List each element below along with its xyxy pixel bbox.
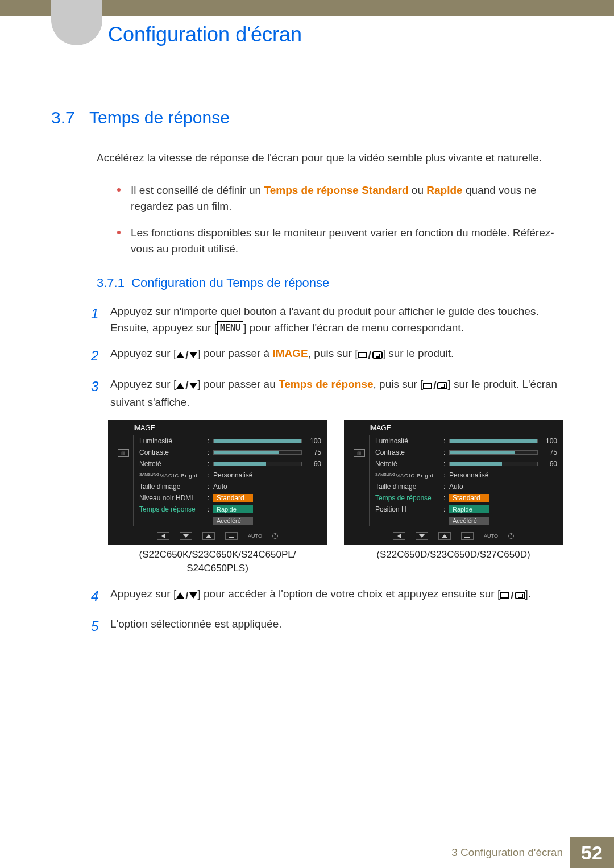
chapter-title: Configuration d'écran xyxy=(108,23,302,47)
page-number: 52 xyxy=(570,837,614,868)
step-number: 3 xyxy=(91,376,110,411)
subsection-heading: 3.7.1 Configuration du Temps de réponse xyxy=(97,276,563,290)
section-intro: Accélérez la vitesse de réponse de l'écr… xyxy=(97,150,563,167)
osd-title: IMAGE xyxy=(114,424,321,432)
osd-screenshots: IMAGE ▥ Luminosité:100 Contraste:75 Nett… xyxy=(108,420,563,575)
osd-side-icon: ▥ xyxy=(118,449,129,457)
select-enter-icon: / xyxy=(500,587,525,604)
osd-nav-bar: AUTO xyxy=(350,531,557,541)
osd-nav-bar: AUTO xyxy=(114,531,321,541)
step: 3 Appuyez sur [/] pour passer au Temps d… xyxy=(91,376,563,411)
step-number: 2 xyxy=(91,345,110,366)
step: 5 L'option sélectionnée est appliquée. xyxy=(91,616,563,637)
step-number: 5 xyxy=(91,616,110,637)
menu-button-label: MENU xyxy=(217,321,243,335)
footer-chapter-label: 3 Configuration d'écran xyxy=(451,846,563,859)
chapter-tab xyxy=(51,0,102,45)
osd-caption-right: (S22C650D/S23C650D/S27C650D) xyxy=(344,548,563,562)
select-enter-icon: / xyxy=(358,347,382,363)
up-down-icon: / xyxy=(176,347,197,363)
up-down-icon: / xyxy=(176,377,197,393)
step-number: 1 xyxy=(91,303,110,337)
section-number: 3.7 xyxy=(51,108,75,127)
osd-caption-left: (S22C650K/S23C650K/S24C650PL/ S24C650PLS… xyxy=(108,548,327,575)
osd-panel-right: IMAGE ▥ Luminosité:100 Contraste:75 Nett… xyxy=(344,420,563,545)
step: 2 Appuyez sur [/] pour passer à IMAGE, p… xyxy=(91,345,563,366)
osd-title: IMAGE xyxy=(350,424,557,432)
up-down-icon: / xyxy=(176,587,197,604)
osd-panel-left: IMAGE ▥ Luminosité:100 Contraste:75 Nett… xyxy=(108,420,327,545)
step: 4 Appuyez sur [/] pour accéder à l'optio… xyxy=(91,585,563,607)
step-number: 4 xyxy=(91,585,110,607)
osd-side-icon: ▥ xyxy=(354,449,365,457)
note-item: Il est conseillé de définir un Temps de … xyxy=(131,182,563,215)
section-title: Temps de réponse xyxy=(89,108,230,127)
page-content: 3.7 Temps de réponse Accélérez la vitess… xyxy=(51,108,563,646)
steps-list: 1 Appuyez sur n'importe quel bouton à l'… xyxy=(91,303,563,411)
select-enter-icon: / xyxy=(423,377,447,393)
note-item: Les fonctions disponibles sur le moniteu… xyxy=(131,225,563,258)
note-list: Il est conseillé de définir un Temps de … xyxy=(131,182,563,258)
page-footer: 3 Configuration d'écran 52 xyxy=(0,837,614,868)
step: 1 Appuyez sur n'importe quel bouton à l'… xyxy=(91,303,563,337)
